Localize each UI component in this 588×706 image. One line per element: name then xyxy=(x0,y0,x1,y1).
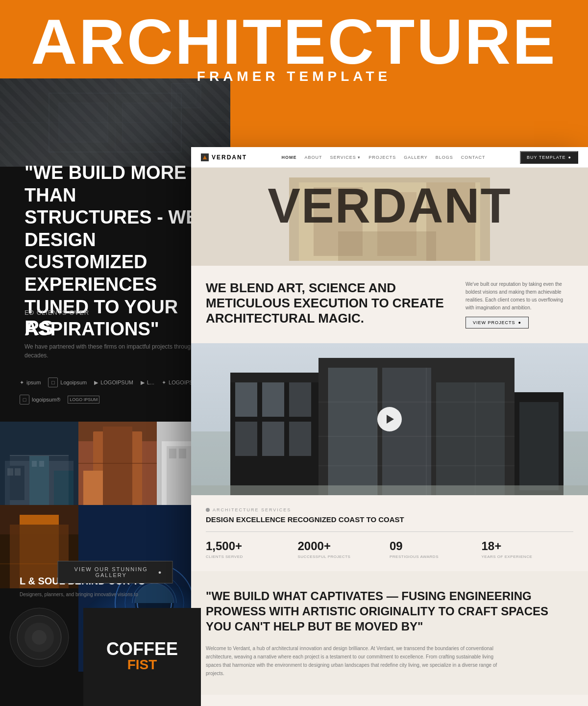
stats-numbers: 1,500+ CLIENTS SERVED 2000+ SUCCESSFUL P… xyxy=(206,539,573,559)
stats-label-top: ARCHITECTURE SERVICES xyxy=(206,507,573,512)
logo-label-2: Logoipsum xyxy=(60,379,87,385)
svg-rect-13 xyxy=(7,468,13,476)
nav-link-services[interactable]: SERVICES ▾ xyxy=(330,155,361,160)
verdant-tagline-text: WE BLEND ART, SCIENCE AND METICULOUS EXE… xyxy=(206,280,456,327)
logo-icon-3: ▶ xyxy=(94,379,98,386)
stat-awards-label: PRESTIGIOUS AWARDS xyxy=(390,555,482,559)
nav-link-blogs[interactable]: BLOGS xyxy=(436,155,453,160)
coffee-text: COFFEE FIST xyxy=(106,641,178,673)
stat-projects-label: SUCCESSFUL PROJECTS xyxy=(298,555,390,559)
buy-template-dot: ● xyxy=(568,155,571,160)
logo-item-4: ▶ L... xyxy=(141,379,154,386)
svg-rect-22 xyxy=(83,471,103,505)
stats-sub-label: ARCHITECTURE SERVICES xyxy=(213,507,291,512)
verdant-logo-icon xyxy=(201,153,209,161)
left-bottom-desc: Designers, planners, and bringing innova… xyxy=(20,591,167,598)
stat-projects-value: 2000+ xyxy=(298,539,390,553)
stats-heading: DESIGN EXCELLENCE RECOGNIZED COAST TO CO… xyxy=(206,515,573,524)
svg-rect-10 xyxy=(10,466,24,500)
svg-rect-11 xyxy=(29,456,49,505)
stat-awards-value: 09 xyxy=(390,539,482,553)
building-section xyxy=(191,343,588,495)
svg-rect-69 xyxy=(436,382,505,495)
buy-template-button[interactable]: BUY TEMPLATE ● xyxy=(520,151,578,164)
logo-icon-4: ▶ xyxy=(141,379,145,386)
stat-clients-label: CLIENTS SERVED xyxy=(206,555,298,559)
quote-description: Welcome to Verdant, a hub of architectur… xyxy=(206,644,500,678)
verdant-hero-title: VERDANT xyxy=(191,177,588,234)
svg-rect-5 xyxy=(122,103,172,142)
svg-rect-65 xyxy=(289,422,311,456)
verdant-card: VERDANT HOME ABOUT SERVICES ▾ PROJECTS G… xyxy=(191,147,588,706)
svg-rect-20 xyxy=(103,427,132,505)
svg-rect-9 xyxy=(5,461,74,505)
stats-section: ARCHITECTURE SERVICES DESIGN EXCELLENCE … xyxy=(191,495,588,571)
view-gallery-button[interactable]: VIEW OUR STUNNING GALLERY ● xyxy=(58,561,173,583)
svg-rect-6 xyxy=(172,83,201,108)
logo-label-1: ipsum xyxy=(26,379,41,385)
verdant-description: We've built our reputation by taking eve… xyxy=(466,280,564,312)
logo-icon-6: □ xyxy=(20,395,29,404)
svg-rect-12 xyxy=(54,471,74,505)
stat-experience-label: YEARS OF EXPERIENCE xyxy=(482,555,574,559)
verdant-logo: VERDANT xyxy=(201,153,247,161)
main-title: ARCHITECTURE xyxy=(0,10,588,74)
logo-label-6: logoipsum® xyxy=(32,397,60,403)
photo-cell-1 xyxy=(0,422,78,505)
logo-item-3: ▶ LOGOIPSUM xyxy=(94,379,133,386)
logo-icon-1: ✦ xyxy=(20,379,24,386)
svg-rect-29 xyxy=(179,449,186,458)
stat-experience: 18+ YEARS OF EXPERIENCE xyxy=(482,539,574,559)
svg-rect-67 xyxy=(328,368,377,495)
main-title-section: ARCHITECTURE FRAMER TEMPLATE xyxy=(0,10,588,84)
view-projects-button[interactable]: VIEW PROJECTS ● xyxy=(466,317,529,328)
verdant-content: WE BLEND ART, SCIENCE AND METICULOUS EXE… xyxy=(191,266,588,343)
svg-rect-79 xyxy=(191,485,588,495)
nav-link-gallery[interactable]: GALLERY xyxy=(404,155,427,160)
svg-rect-15 xyxy=(32,461,37,467)
view-projects-label: VIEW PROJECTS xyxy=(473,320,515,325)
coffee-line2: FIST xyxy=(106,657,178,673)
svg-rect-64 xyxy=(262,422,284,456)
verdant-tagline: WE BLEND ART, SCIENCE AND METICULOUS EXE… xyxy=(206,280,456,328)
svg-rect-62 xyxy=(289,382,311,417)
logo-item-7: LOGO IPSUM xyxy=(68,396,99,403)
verdant-nav-links: HOME ABOUT SERVICES ▾ PROJECTS GALLERY B… xyxy=(281,155,485,160)
svg-rect-59 xyxy=(230,373,318,382)
nav-link-home[interactable]: HOME xyxy=(281,155,296,160)
logo-icon-7: LOGO IPSUM xyxy=(68,396,99,403)
left-stat-description: We have partnered with these firms on im… xyxy=(24,342,206,360)
svg-rect-78 xyxy=(519,402,559,490)
svg-rect-61 xyxy=(262,382,284,417)
logo-item-1: ✦ ipsum xyxy=(20,379,41,386)
nav-link-contact[interactable]: CONTACT xyxy=(461,155,486,160)
logo-icon-2: □ xyxy=(48,378,58,387)
coffee-line1: COFFEE xyxy=(106,641,178,657)
coffee-card: COFFEE FIST xyxy=(83,608,201,706)
verdant-logo-text: VERDANT xyxy=(212,154,247,161)
stat-clients: 1,500+ CLIENTS SERVED xyxy=(206,539,298,559)
svg-rect-4 xyxy=(59,103,108,142)
quote-text: "WE BUILD WHAT CAPTIVATES — FUSING ENGIN… xyxy=(206,588,573,634)
photo-cell-2 xyxy=(78,422,157,505)
verdant-hero: VERDANT xyxy=(191,168,588,266)
verdant-nav: VERDANT HOME ABOUT SERVICES ▾ PROJECTS G… xyxy=(191,147,588,168)
view-projects-arrow: ● xyxy=(518,320,521,325)
stat-label-text: ED CLIENTS OVER xyxy=(24,309,89,316)
nav-link-projects[interactable]: PROJECTS xyxy=(368,155,396,160)
left-stat-label: ED CLIENTS OVER RS xyxy=(24,309,206,340)
logo-label-3: LOGOIPSUM xyxy=(100,379,133,385)
svg-rect-16 xyxy=(39,461,44,467)
logo-label-4: L... xyxy=(147,379,154,385)
view-gallery-arrow: ● xyxy=(158,569,163,575)
buy-template-label: BUY TEMPLATE xyxy=(527,155,566,160)
stat-experience-value: 18+ xyxy=(482,539,574,553)
svg-rect-14 xyxy=(15,468,21,476)
svg-rect-8 xyxy=(0,422,78,505)
svg-rect-55 xyxy=(338,231,436,261)
play-button[interactable] xyxy=(377,407,402,431)
stats-divider xyxy=(206,531,573,532)
nav-link-about[interactable]: ABOUT xyxy=(304,155,322,160)
logo-item-6: □ logoipsum® xyxy=(20,395,60,404)
verdant-right-column: We've built our reputation by taking eve… xyxy=(466,280,573,328)
